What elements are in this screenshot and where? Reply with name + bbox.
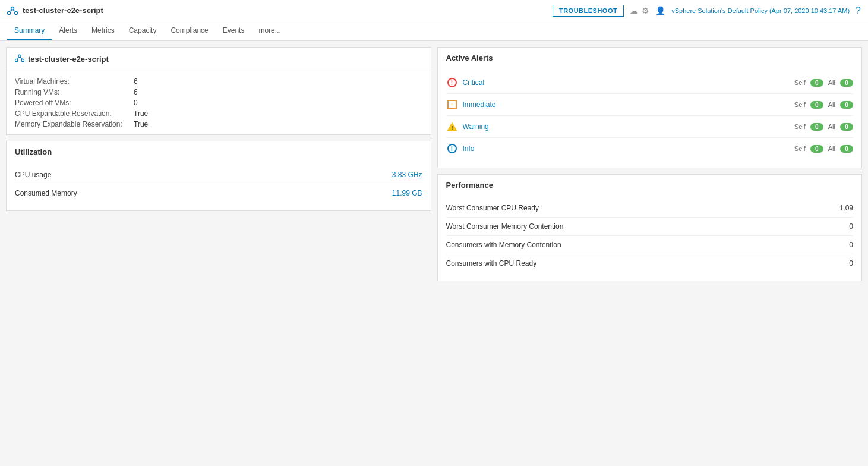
perf-row-consumers-mem: Consumers with Memory Contention 0 xyxy=(446,236,854,254)
help-icon[interactable]: ? xyxy=(856,5,861,16)
tab-metrics[interactable]: Metrics xyxy=(84,21,122,40)
alert-row-immediate: ! Immediate Self 0 All 0 xyxy=(446,94,854,116)
cpu-usage-label: CPU usage xyxy=(15,171,51,179)
warning-self-badge: 0 xyxy=(810,123,823,131)
mem-contention-label: Worst Consumer Memory Contention xyxy=(446,222,564,231)
header: test-cluster-e2e-script TROUBLESHOOT ☁ ⚙… xyxy=(0,0,868,21)
critical-counts: Self 0 All 0 xyxy=(794,79,853,87)
immediate-self-label: Self xyxy=(794,101,806,108)
warning-counts: Self 0 All 0 xyxy=(794,123,853,131)
info-counts: Self 0 All 0 xyxy=(794,145,853,153)
consumed-memory-row: Consumed Memory 11.99 GB xyxy=(15,184,422,202)
svg-line-9 xyxy=(20,58,23,59)
active-alerts-body: ! Critical Self 0 All 0 ! Immediate xyxy=(438,67,862,168)
utilization-body: CPU usage 3.83 GHz Consumed Memory 11.99… xyxy=(7,161,431,210)
info-all-label: All xyxy=(828,145,835,152)
active-alerts-card: Active Alerts ! Critical Self 0 All 0 xyxy=(437,47,863,168)
consumers-mem-label: Consumers with Memory Contention xyxy=(446,241,561,249)
tab-summary[interactable]: Summary xyxy=(7,21,52,40)
left-column: test-cluster-e2e-script Virtual Machines… xyxy=(6,47,431,281)
main-content: test-cluster-e2e-script Virtual Machines… xyxy=(0,41,868,287)
consumers-cpu-value: 0 xyxy=(849,259,853,267)
troubleshoot-button[interactable]: TROUBLESHOOT xyxy=(553,5,624,17)
header-left: test-cluster-e2e-script xyxy=(7,5,103,16)
info-row-running-vms: Running VMs: 6 xyxy=(15,87,422,97)
performance-card: Performance Worst Consumer CPU Ready 1.0… xyxy=(437,174,863,281)
cpu-reservation-value: True xyxy=(134,109,148,118)
warning-all-badge: 0 xyxy=(840,123,853,131)
performance-title: Performance xyxy=(446,181,493,190)
performance-body: Worst Consumer CPU Ready 1.09 Worst Cons… xyxy=(438,194,862,281)
nav-tabs: Summary Alerts Metrics Capacity Complian… xyxy=(0,21,868,41)
vms-value: 6 xyxy=(134,77,138,86)
immediate-icon: ! xyxy=(446,99,458,111)
critical-label[interactable]: Critical xyxy=(463,78,794,87)
immediate-label[interactable]: Immediate xyxy=(463,100,794,109)
info-row-powered-off-vms: Powered off VMs: 0 xyxy=(15,97,422,108)
consumed-memory-value: 11.99 GB xyxy=(392,189,422,197)
tab-events[interactable]: Events xyxy=(216,21,252,40)
critical-self-badge: 0 xyxy=(810,79,823,87)
running-vms-value: 6 xyxy=(134,88,138,96)
cluster-info-card: test-cluster-e2e-script Virtual Machines… xyxy=(6,47,431,135)
info-self-badge: 0 xyxy=(810,145,823,153)
tab-alerts[interactable]: Alerts xyxy=(52,21,84,40)
cluster-info-title: test-cluster-e2e-script xyxy=(7,48,431,71)
svg-point-6 xyxy=(15,59,17,61)
mem-reservation-label: Memory Expandable Reservation: xyxy=(15,120,134,128)
cpu-usage-row: CPU usage 3.83 GHz xyxy=(15,166,422,184)
perf-row-consumers-cpu: Consumers with CPU Ready 0 xyxy=(446,254,854,272)
performance-header: Performance xyxy=(438,175,862,194)
alert-row-info: i Info Self 0 All 0 xyxy=(446,138,854,159)
cloud-icon[interactable]: ☁ xyxy=(630,6,638,15)
cluster-name: test-cluster-e2e-script xyxy=(23,6,103,15)
svg-point-0 xyxy=(11,7,14,10)
critical-icon: ! xyxy=(446,77,458,89)
cpu-ready-value: 1.09 xyxy=(839,204,853,212)
svg-point-1 xyxy=(8,11,11,14)
cpu-ready-label: Worst Consumer CPU Ready xyxy=(446,204,539,212)
svg-line-4 xyxy=(12,10,16,11)
perf-row-cpu-ready: Worst Consumer CPU Ready 1.09 xyxy=(446,199,854,218)
immediate-all-badge: 0 xyxy=(840,101,853,109)
immediate-all-label: All xyxy=(828,101,835,108)
right-column: Active Alerts ! Critical Self 0 All 0 xyxy=(437,47,863,281)
svg-point-2 xyxy=(15,11,18,14)
critical-all-badge: 0 xyxy=(840,79,853,87)
svg-line-3 xyxy=(9,10,12,11)
cluster-info-name: test-cluster-e2e-script xyxy=(28,55,109,64)
mem-contention-value: 0 xyxy=(849,222,853,231)
tab-more[interactable]: more... xyxy=(251,21,288,40)
immediate-counts: Self 0 All 0 xyxy=(794,101,853,109)
info-row-cpu-reservation: CPU Expandable Reservation: True xyxy=(15,108,422,119)
consumers-mem-value: 0 xyxy=(849,241,853,249)
cpu-usage-value: 3.83 GHz xyxy=(392,171,422,179)
user-icon: 👤 xyxy=(655,6,665,15)
immediate-self-badge: 0 xyxy=(810,101,823,109)
info-row-vms: Virtual Machines: 6 xyxy=(15,76,422,87)
tab-capacity[interactable]: Capacity xyxy=(122,21,164,40)
critical-self-label: Self xyxy=(794,79,806,86)
warning-label[interactable]: Warning xyxy=(463,122,794,131)
svg-line-8 xyxy=(17,58,20,59)
policy-text: vSphere Solution's Default Policy (Apr 0… xyxy=(671,7,850,14)
warning-all-label: All xyxy=(828,123,835,130)
consumers-cpu-label: Consumers with CPU Ready xyxy=(446,259,537,267)
cluster-info-table: Virtual Machines: 6 Running VMs: 6 Power… xyxy=(7,71,431,134)
cluster-icon xyxy=(7,5,18,16)
utilization-title: Utilization xyxy=(15,147,52,156)
critical-all-label: All xyxy=(828,79,835,86)
svg-point-5 xyxy=(18,55,21,57)
info-self-label: Self xyxy=(794,145,806,152)
powered-off-vms-label: Powered off VMs: xyxy=(15,99,134,107)
tab-compliance[interactable]: Compliance xyxy=(163,21,215,40)
powered-off-vms-value: 0 xyxy=(134,99,138,107)
active-alerts-title: Active Alerts xyxy=(446,53,493,62)
cpu-reservation-label: CPU Expandable Reservation: xyxy=(15,109,134,118)
settings-icon[interactable]: ⚙ xyxy=(642,6,649,15)
active-alerts-header: Active Alerts xyxy=(438,48,862,67)
info-label[interactable]: Info xyxy=(463,144,794,153)
cluster-title-icon xyxy=(15,53,24,65)
utilization-header: Utilization xyxy=(7,141,431,161)
mem-reservation-value: True xyxy=(134,120,148,128)
